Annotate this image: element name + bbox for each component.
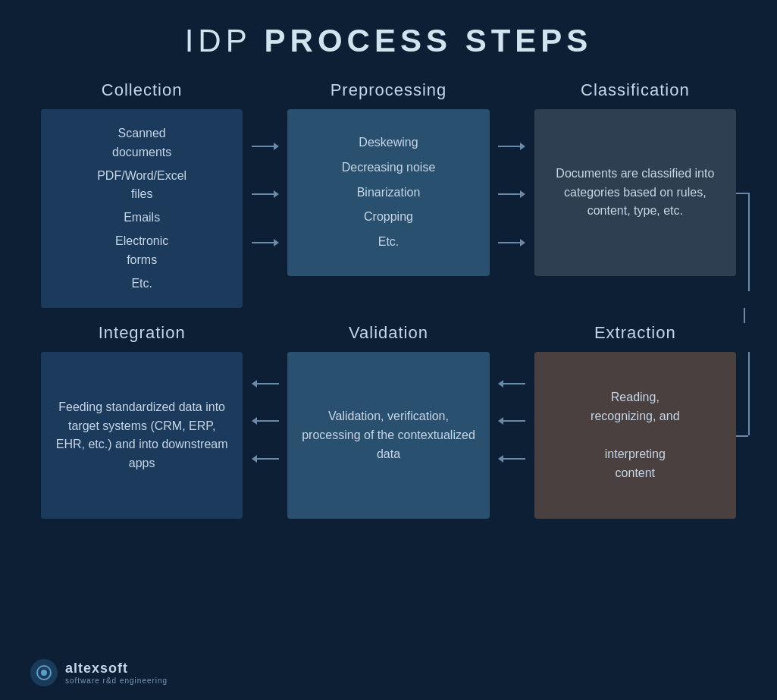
arrow-6	[498, 239, 525, 246]
arrow-12	[498, 455, 525, 463]
arrow-9	[252, 455, 279, 463]
arrow-10	[498, 380, 525, 388]
arrows-col2-col3	[498, 80, 525, 308]
integration-section: Integration Feeding standardized data in…	[33, 323, 252, 519]
validation-header: Validation	[349, 323, 428, 343]
extraction-section: Extraction Reading,recognizing, andinter…	[525, 323, 744, 519]
extraction-card: Reading,recognizing, andinterpretingcont…	[534, 352, 736, 519]
collection-header: Collection	[102, 80, 183, 100]
classification-header: Classification	[581, 80, 690, 100]
arrow-3	[252, 239, 279, 246]
arrow-8	[252, 417, 279, 425]
collection-section: Collection Scanneddocuments PDF/Word/Exc…	[33, 80, 252, 308]
logo-area: altexsoft software r&d engineering	[30, 659, 168, 686]
page-title: IDP PROCESS STEPS	[185, 23, 593, 59]
arrow-11	[498, 417, 525, 425]
arrow-1	[252, 143, 279, 150]
classification-section: Classification Documents are classified …	[525, 80, 744, 308]
title-regular: IDP	[185, 23, 265, 58]
validation-section: Validation Validation, verification, pro…	[279, 323, 498, 519]
process-diagram: Collection Scanneddocuments PDF/Word/Exc…	[33, 80, 745, 519]
logo-subtitle: software r&d engineering	[65, 676, 168, 685]
preprocessing-section: Preprocessing Deskewing Decreasing noise…	[279, 80, 498, 308]
classification-text: Documents are classified into categories…	[547, 165, 724, 221]
validation-text: Validation, verification, processing of …	[299, 407, 477, 463]
preprocessing-header: Preprocessing	[331, 80, 447, 100]
svg-point-1	[41, 670, 47, 676]
top-row: Collection Scanneddocuments PDF/Word/Exc…	[33, 80, 745, 308]
arrow-2	[252, 190, 279, 198]
validation-card: Validation, verification, processing of …	[287, 352, 489, 519]
bottom-row: Integration Feeding standardized data in…	[33, 323, 745, 519]
arrows-validation-integration	[252, 323, 279, 519]
arrows-col1-col2	[252, 80, 279, 308]
logo-icon	[30, 659, 58, 686]
integration-text: Feeding standardized data into target sy…	[53, 398, 230, 473]
arrow-7	[252, 380, 279, 388]
preprocessing-card: Deskewing Decreasing noise Binarization …	[287, 109, 489, 276]
classification-card: Documents are classified into categories…	[534, 109, 736, 276]
inter-row-space	[33, 308, 745, 323]
arrow-4	[498, 143, 525, 150]
collection-card: Scanneddocuments PDF/Word/Excelfiles Ema…	[41, 109, 243, 308]
arrows-extraction-validation	[498, 323, 525, 519]
collection-text: Scanneddocuments PDF/Word/Excelfiles Ema…	[97, 124, 186, 293]
logo-name: altexsoft	[65, 661, 168, 676]
integration-header: Integration	[99, 323, 186, 343]
title-bold: PROCESS STEPS	[265, 23, 593, 58]
logo-text: altexsoft software r&d engineering	[65, 661, 168, 685]
extraction-header: Extraction	[594, 323, 676, 343]
arrow-5	[498, 190, 525, 198]
integration-card: Feeding standardized data into target sy…	[41, 352, 243, 519]
extraction-text: Reading,recognizing, andinterpretingcont…	[591, 388, 679, 482]
